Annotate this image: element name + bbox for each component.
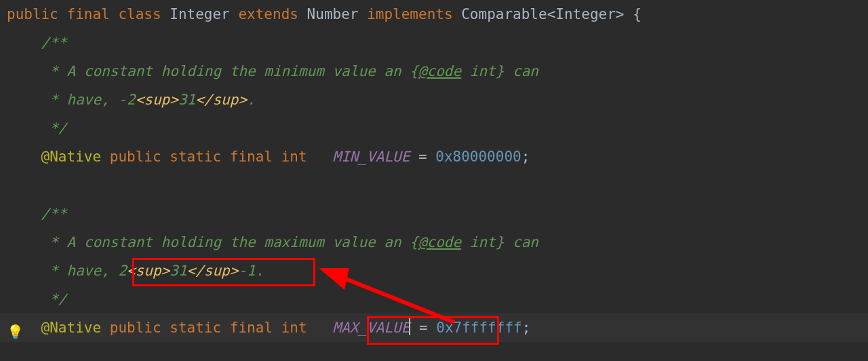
intention-bulb-icon[interactable]: 💡 xyxy=(7,318,24,346)
superclass: Number xyxy=(307,6,359,22)
keyword-static: static xyxy=(170,149,221,165)
interface: Comparable xyxy=(461,6,547,22)
javadoc-text: can xyxy=(504,63,538,79)
javadoc-text: A constant holding the maximum value an xyxy=(67,234,410,250)
javadoc-close: */ xyxy=(41,291,67,307)
exponent: 31 xyxy=(178,92,195,108)
code-editor[interactable]: public final class Integer extends Numbe… xyxy=(0,0,868,361)
keyword-class: class xyxy=(118,6,161,22)
keyword-static: static xyxy=(170,320,221,336)
exponent: 31 xyxy=(170,263,186,279)
javadoc-star: * xyxy=(41,63,67,79)
keyword-implements: implements xyxy=(367,6,452,22)
gt: > xyxy=(616,6,625,22)
keyword-final: final xyxy=(67,6,110,22)
field-name: MIN_VALUE xyxy=(333,149,410,165)
keyword-public: public xyxy=(110,320,161,336)
javadoc-text: 2 xyxy=(118,263,127,279)
code-line[interactable]: public final class Integer extends Numbe… xyxy=(0,0,868,28)
javadoc-open: /** xyxy=(41,206,67,222)
code-line[interactable]: * A constant holding the minimum value a… xyxy=(0,57,868,86)
keyword-int: int xyxy=(281,149,307,165)
brace: { xyxy=(624,6,641,22)
code-line[interactable]: /** xyxy=(0,28,868,57)
semicolon: ; xyxy=(521,149,530,165)
lt: < xyxy=(547,6,556,22)
code-line[interactable]: @Native public static final int MIN_VALU… xyxy=(0,142,868,171)
equals: = xyxy=(410,320,436,336)
code-line[interactable]: * A constant holding the maximum value a… xyxy=(0,228,868,256)
code-line[interactable]: /** xyxy=(0,200,868,228)
annotation: @Native xyxy=(41,320,102,336)
type-param: Integer xyxy=(555,6,616,22)
annotation: @Native xyxy=(41,149,102,165)
code-line[interactable]: * have, -2<sup>31</sup>. xyxy=(0,86,868,114)
html-tag-sup-open: <sup> xyxy=(136,92,178,108)
javadoc-star: * xyxy=(41,92,67,108)
keyword-extends: extends xyxy=(238,6,298,22)
code-line[interactable]: */ xyxy=(0,114,868,142)
code-line[interactable]: */ xyxy=(0,285,868,314)
javadoc-text: int xyxy=(461,63,496,79)
html-tag-sup-close: </sup> xyxy=(195,92,247,108)
javadoc-brace: { xyxy=(410,234,418,250)
html-tag-sup-open: <sup> xyxy=(127,263,170,279)
hex-literal: 0x80000000 xyxy=(435,149,521,165)
semicolon: ; xyxy=(522,320,531,336)
javadoc-text: can xyxy=(504,234,538,250)
keyword-final: final xyxy=(230,320,273,336)
javadoc-close: */ xyxy=(41,120,67,136)
code-line[interactable]: * have, 2<sup>31</sup>-1. xyxy=(0,256,868,285)
javadoc-tag: @code xyxy=(418,63,461,79)
keyword-public: public xyxy=(7,6,58,22)
javadoc-star: * xyxy=(41,263,67,279)
keyword-int: int xyxy=(281,320,307,336)
code-line[interactable] xyxy=(0,171,868,200)
javadoc-text: int xyxy=(461,234,496,250)
javadoc-brace: } xyxy=(496,63,505,79)
field-name: MAX_VALUE xyxy=(333,320,410,336)
hex-literal: 0x7fffffff xyxy=(436,320,521,336)
javadoc-text: -1. xyxy=(238,263,264,279)
javadoc-brace: } xyxy=(496,234,505,250)
javadoc-tag: @code xyxy=(418,234,461,250)
javadoc-text: A constant holding the minimum value an xyxy=(67,63,410,79)
class-name: Integer xyxy=(170,6,230,22)
equals: = xyxy=(410,149,435,165)
javadoc-text: have, -2 xyxy=(67,92,136,108)
javadoc-text: have, xyxy=(67,263,119,279)
javadoc-brace: { xyxy=(410,63,418,79)
keyword-final: final xyxy=(230,149,273,165)
period: . xyxy=(247,92,256,108)
javadoc-open: /** xyxy=(41,35,67,51)
html-tag-sup-close: </sup> xyxy=(187,263,239,279)
code-line-current[interactable]: @Native public static final int MAX_VALU… xyxy=(0,314,868,342)
keyword-public: public xyxy=(110,149,161,165)
javadoc-star: * xyxy=(41,234,67,250)
